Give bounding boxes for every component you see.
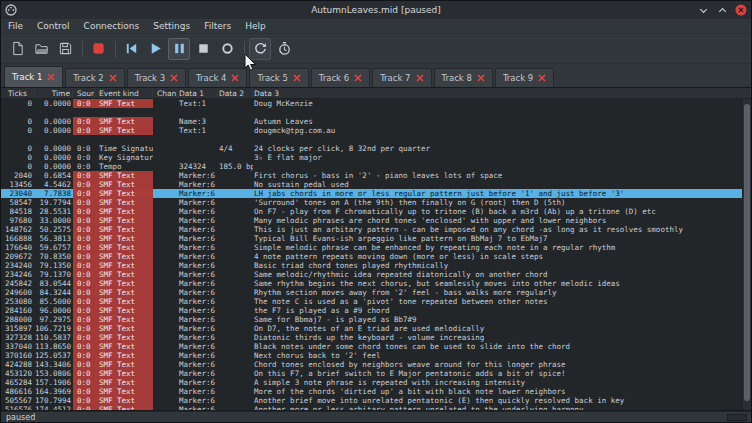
event-row[interactable]: 14876250.25750:0SMF TextMarker:6This is … bbox=[1, 225, 751, 234]
loop-button[interactable] bbox=[249, 38, 271, 60]
event-row[interactable]: 20967270.83500:0SMF TextMarker:64 note p… bbox=[1, 252, 751, 261]
cell-data1: Text:1 bbox=[177, 126, 218, 135]
cell-ticks: 249600 bbox=[1, 288, 35, 297]
event-row[interactable]: 486616164.39690:0SMF TextMarker:6More of… bbox=[1, 387, 751, 396]
event-row[interactable]: 24960084.32440:0SMF TextMarker:6Rhythm s… bbox=[1, 288, 751, 297]
event-row[interactable]: 00.00000:0Key Signature3♭ E flat major bbox=[1, 153, 751, 162]
event-row-selected[interactable]: 230407.78380:0SMF TextMarker:6LH jabs ch… bbox=[1, 189, 751, 198]
event-row[interactable]: 25308085.50000:0SMF TextMarker:6The note… bbox=[1, 297, 751, 306]
cell-data3: LH jabs chords in more or less regular p… bbox=[253, 189, 751, 198]
menu-filters[interactable]: Filters bbox=[197, 19, 238, 34]
window-title: AutumnLeaves.mid [paused] bbox=[1, 5, 751, 15]
menu-connections[interactable]: Connections bbox=[77, 19, 147, 34]
cell-source: 0:0 bbox=[73, 306, 95, 315]
event-row[interactable]: 505567170.79940:0SMF TextMarker:6Another… bbox=[1, 396, 751, 405]
maximize-button[interactable] bbox=[716, 4, 728, 16]
play-button[interactable] bbox=[144, 38, 166, 60]
tab-close-icon[interactable] bbox=[477, 74, 485, 82]
tab-track-7[interactable]: Track 7 bbox=[372, 68, 431, 87]
new-document-button[interactable] bbox=[6, 38, 28, 60]
scrollbar-thumb[interactable] bbox=[744, 104, 750, 401]
titlebar[interactable]: AutumnLeaves.mid [paused] bbox=[1, 1, 751, 19]
event-row[interactable]: 9768033.00000:0SMF TextMarker:6Many melo… bbox=[1, 216, 751, 225]
event-row[interactable]: 00.00000:0SMF TextText:1Doug McKenzie bbox=[1, 99, 751, 108]
event-row[interactable]: 134564.54620:0SMF TextMarker:6No sustain… bbox=[1, 180, 751, 189]
vertical-scrollbar[interactable] bbox=[742, 99, 751, 410]
column-header-data3[interactable]: Data 3 bbox=[253, 88, 751, 98]
cell-data2 bbox=[218, 297, 253, 306]
tab-track-9[interactable]: Track 9 bbox=[495, 68, 554, 87]
event-row[interactable]: 24584283.05440:0SMF TextMarker:6Same rhy… bbox=[1, 279, 751, 288]
event-row[interactable]: 20400.68540:0SMF TextMarker:6First choru… bbox=[1, 171, 751, 180]
event-row[interactable]: 8451828.55310:0SMF TextMarker:6On F7 - p… bbox=[1, 207, 751, 216]
cell-source: 0:0 bbox=[73, 387, 95, 396]
stop-button[interactable] bbox=[192, 38, 214, 60]
menu-control[interactable]: Control bbox=[30, 19, 77, 34]
menu-help[interactable]: Help bbox=[238, 19, 273, 34]
event-row[interactable]: 327328110.58370:0SMF TextMarker:6Diatoni… bbox=[1, 333, 751, 342]
skip-backward-button[interactable] bbox=[120, 38, 142, 60]
tab-track-5[interactable]: Track 5 bbox=[249, 68, 308, 87]
event-row[interactable] bbox=[1, 108, 751, 117]
open-document-button[interactable] bbox=[30, 38, 52, 60]
cell-data3: No sustain pedal used bbox=[253, 180, 751, 189]
column-header-source[interactable]: Source bbox=[73, 88, 95, 98]
tab-track-6[interactable]: Track 6 bbox=[311, 68, 370, 87]
record-button[interactable] bbox=[216, 38, 238, 60]
tab-track-2[interactable]: Track 2 bbox=[65, 68, 124, 87]
event-row[interactable]: 28416096.00000:0SMF TextMarker:6the F7 i… bbox=[1, 306, 751, 315]
cell-data2 bbox=[218, 288, 253, 297]
event-row[interactable]: 465284157.19060:0SMF TextMarker:6A simpl… bbox=[1, 378, 751, 387]
column-header-data1[interactable]: Data 1 bbox=[177, 88, 218, 98]
cell-ticks: 209672 bbox=[1, 252, 35, 261]
column-header-chan[interactable]: Chan bbox=[153, 88, 177, 98]
event-row[interactable]: 516576174.45120:0SMF TextMarker:6Another… bbox=[1, 405, 751, 411]
tab-close-icon[interactable] bbox=[538, 74, 546, 82]
event-row[interactable]: 00.00000:0SMF TextText:1dougmck@tpg.com.… bbox=[1, 126, 751, 135]
menu-file[interactable]: File bbox=[1, 19, 30, 34]
tab-close-icon[interactable] bbox=[170, 74, 178, 82]
cell-data1: Marker:6 bbox=[177, 360, 218, 369]
event-row[interactable]: 337040113.86500:0SMF TextMarker:6Black n… bbox=[1, 342, 751, 351]
tab-close-icon[interactable] bbox=[231, 74, 239, 82]
cell-data3: the F7 is played as a #9 chord bbox=[253, 306, 751, 315]
column-header-data2[interactable]: Data 2 bbox=[218, 88, 253, 98]
column-header-event-kind[interactable]: Event kind bbox=[95, 88, 153, 98]
menu-settings[interactable]: Settings bbox=[146, 19, 197, 34]
event-row[interactable]: 00.00000:0Time Signature4/424 clocks per… bbox=[1, 144, 751, 153]
tab-track-1[interactable]: Track 1 bbox=[4, 66, 63, 87]
event-row[interactable]: 453120153.08060:0SMF TextMarker:6On this… bbox=[1, 369, 751, 378]
event-row[interactable]: 370160125.05370:0SMF TextMarker:6Next ch… bbox=[1, 351, 751, 360]
column-header-ticks[interactable]: Ticks bbox=[1, 88, 35, 98]
minimize-button[interactable] bbox=[697, 4, 709, 16]
close-button[interactable] bbox=[735, 4, 747, 16]
tab-close-icon[interactable] bbox=[416, 74, 424, 82]
tab-close-icon[interactable] bbox=[47, 73, 55, 81]
event-row[interactable]: 5854719.77940:0SMF TextMarker:6'Surround… bbox=[1, 198, 751, 207]
event-row[interactable]: 424288143.34060:0SMF TextMarker:6Chord t… bbox=[1, 360, 751, 369]
tab-close-icon[interactable] bbox=[354, 74, 362, 82]
event-row[interactable]: 315897106.72190:0SMF TextMarker:6On D7, … bbox=[1, 324, 751, 333]
timer-button[interactable] bbox=[273, 38, 295, 60]
event-row[interactable] bbox=[1, 135, 751, 144]
cell-data2 bbox=[218, 207, 253, 216]
statusbar: paused bbox=[1, 411, 751, 422]
record-arm-button[interactable] bbox=[87, 38, 109, 60]
save-document-button[interactable] bbox=[54, 38, 76, 60]
event-row[interactable]: 00.00000:0SMF TextName:3Autumn Leaves bbox=[1, 117, 751, 126]
event-row[interactable]: 17664059.67570:0SMF TextMarker:6Simple m… bbox=[1, 243, 751, 252]
tab-track-4[interactable]: Track 4 bbox=[188, 68, 247, 87]
cell-source: 0:0 bbox=[73, 225, 95, 234]
event-row[interactable]: 00.00000:0Tempo324324185.0 bpm bbox=[1, 162, 751, 171]
event-row[interactable]: 28800097.29750:0SMF TextMarker:6Same for… bbox=[1, 315, 751, 324]
tab-track-3[interactable]: Track 3 bbox=[127, 68, 186, 87]
event-row[interactable]: 16688856.38130:0SMF TextMarker:6Typical … bbox=[1, 234, 751, 243]
tab-close-icon[interactable] bbox=[293, 74, 301, 82]
event-row[interactable]: 23424679.13700:0SMF TextMarker:6Same mel… bbox=[1, 270, 751, 279]
tab-track-8[interactable]: Track 8 bbox=[434, 68, 493, 87]
pause-button[interactable] bbox=[168, 38, 190, 60]
column-header-time[interactable]: Time bbox=[35, 88, 73, 98]
event-row[interactable]: 23424079.13500:0SMF TextMarker:6Basic tr… bbox=[1, 261, 751, 270]
cell-ticks: 453120 bbox=[1, 369, 35, 378]
tab-close-icon[interactable] bbox=[109, 74, 117, 82]
